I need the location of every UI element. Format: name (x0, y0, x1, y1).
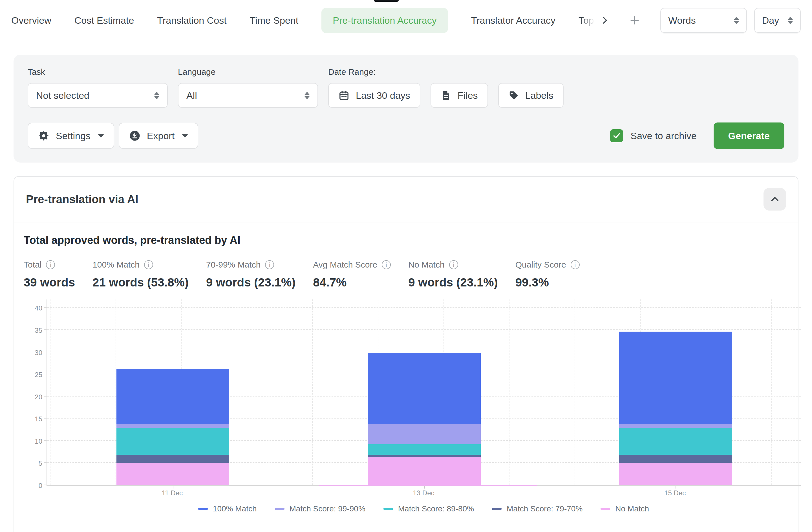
stat-value: 39 words (24, 276, 75, 289)
gridline-h (47, 307, 801, 308)
tab-translator-accuracy[interactable]: Translator Accuracy (471, 15, 555, 26)
bar-segment (619, 332, 732, 424)
period-select[interactable]: Day (754, 8, 801, 33)
legend-swatch (600, 508, 610, 510)
info-icon[interactable]: i (46, 260, 55, 269)
section-title: Total approved words, pre-translated by … (24, 234, 788, 247)
save-to-archive-label[interactable]: Save to archive (630, 130, 696, 141)
gear-icon (38, 130, 49, 142)
date-range-button[interactable]: Last 30 days (328, 83, 420, 108)
info-icon[interactable]: i (265, 260, 274, 269)
y-tick-label: 5 (39, 460, 42, 467)
gridline-v (50, 299, 50, 485)
stat-total: Totali 39 words (24, 260, 75, 289)
y-tickmark (44, 418, 47, 419)
bar-11-dec (116, 369, 229, 485)
caret-updown-icon (734, 17, 739, 24)
download-circle-icon (129, 130, 141, 142)
bar-segment (368, 353, 481, 424)
tab-cost-estimate[interactable]: Cost Estimate (74, 15, 134, 26)
stat-label: 70-99% Match (206, 260, 261, 269)
filter-panel: Task Not selected Language All Date Rang… (14, 55, 798, 163)
stat-100-match: 100% Matchi 21 words (53.8%) (92, 260, 189, 289)
info-icon[interactable]: i (449, 260, 458, 269)
save-to-archive-checkbox[interactable] (610, 129, 623, 142)
tab-top-truncated[interactable]: Top (579, 15, 594, 26)
bar-15-dec (619, 332, 732, 485)
x-tick-label: 15 Dec (664, 489, 686, 497)
calendar-icon (338, 90, 350, 101)
export-button-label: Export (147, 130, 175, 141)
legend-item[interactable]: 100% Match (198, 504, 257, 513)
collapse-button[interactable] (764, 188, 786, 211)
stat-value: 99.3% (516, 276, 580, 289)
stat-value: 84.7% (313, 276, 391, 289)
settings-button[interactable]: Settings (28, 123, 114, 149)
x-tick-label: 11 Dec (162, 489, 183, 497)
y-tickmark (44, 462, 47, 463)
stat-70-99-match: 70-99% Matchi 9 words (23.1%) (206, 260, 295, 289)
legend-item[interactable]: Match Score: 99-90% (275, 504, 365, 513)
unit-select[interactable]: Words (660, 8, 747, 33)
bar-segment (116, 369, 229, 424)
stat-avg-match-score: Avg Match Scorei 84.7% (313, 260, 391, 289)
y-tick-label: 25 (35, 371, 42, 379)
stats-row: Totali 39 words 100% Matchi 21 words (53… (24, 260, 788, 289)
y-tick-label: 30 (35, 349, 42, 357)
x-tick-label: 13 Dec (413, 489, 434, 497)
tab-overview[interactable]: Overview (11, 15, 51, 26)
bar-segment (619, 428, 732, 454)
legend-item[interactable]: Match Score: 79-70% (492, 504, 582, 513)
tag-icon (508, 90, 519, 101)
tab-pre-translation-accuracy[interactable]: Pre-translation Accuracy (321, 8, 448, 33)
bar-segment (368, 444, 481, 454)
stat-label: No Match (408, 260, 444, 269)
legend-label: No Match (615, 504, 649, 513)
stat-no-match: No Matchi 9 words (23.1%) (408, 260, 498, 289)
report-card: Pre-translation via AI Total approved wo… (14, 176, 798, 532)
task-select[interactable]: Not selected (28, 83, 168, 108)
legend-label: 100% Match (213, 504, 257, 513)
y-tickmark (44, 352, 47, 352)
y-tickmark (44, 396, 47, 396)
files-button-label: Files (458, 90, 478, 101)
chevron-right-icon[interactable] (600, 15, 610, 25)
tab-translation-cost[interactable]: Translation Cost (157, 15, 227, 26)
y-tick-label: 40 (35, 304, 42, 312)
language-select[interactable]: All (178, 83, 318, 108)
legend-item[interactable]: No Match (600, 504, 649, 513)
task-select-value: Not selected (36, 90, 89, 101)
legend-label: Match Score: 99-90% (290, 504, 365, 513)
gridline-v (509, 299, 509, 485)
chart-legend: 100% MatchMatch Score: 99-90%Match Score… (46, 504, 801, 513)
files-button[interactable]: Files (431, 83, 488, 108)
export-button[interactable]: Export (119, 123, 198, 149)
generate-button[interactable]: Generate (714, 123, 784, 149)
labels-button[interactable]: Labels (498, 83, 564, 108)
bar-segment (116, 463, 229, 485)
gridline-v (247, 299, 247, 485)
info-icon[interactable]: i (144, 260, 153, 269)
y-tickmark (44, 374, 47, 374)
y-tickmark (44, 330, 47, 330)
stat-label: 100% Match (92, 260, 140, 269)
caret-down-icon (182, 134, 188, 138)
x-tickmark (173, 486, 173, 489)
caret-updown-icon (154, 92, 159, 99)
info-icon[interactable]: i (382, 260, 391, 269)
tab-time-spent[interactable]: Time Spent (250, 15, 299, 26)
legend-swatch (383, 508, 393, 510)
plot-area (46, 299, 801, 486)
y-tick-label: 15 (35, 415, 42, 423)
language-select-value: All (186, 90, 197, 101)
legend-label: Match Score: 89-80% (398, 504, 474, 513)
labels-button-label: Labels (525, 90, 553, 101)
add-report-icon[interactable] (629, 15, 640, 26)
card-title: Pre-translation via AI (26, 193, 139, 206)
legend-item[interactable]: Match Score: 89-80% (383, 504, 474, 513)
bar-segment (116, 455, 229, 463)
info-icon[interactable]: i (571, 260, 580, 269)
file-icon (441, 90, 451, 101)
bar-segment (368, 455, 481, 457)
stat-label: Avg Match Score (313, 260, 377, 269)
